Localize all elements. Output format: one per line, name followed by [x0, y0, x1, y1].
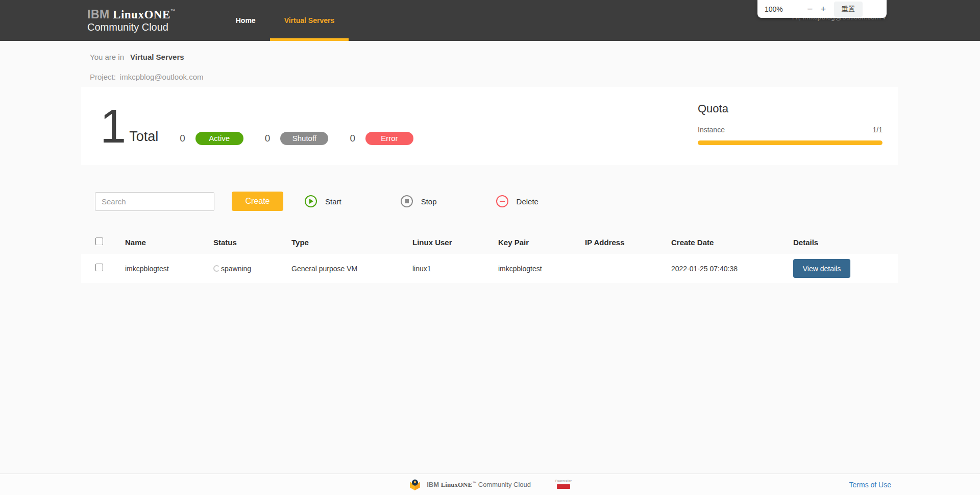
- create-button[interactable]: Create: [232, 192, 283, 211]
- cell-name: imkcpblogtest: [125, 265, 213, 273]
- brand-linuxone: LinuxONE: [113, 8, 170, 21]
- quota-instance-label: Instance: [698, 126, 725, 134]
- cell-linux-user: linux1: [412, 265, 498, 273]
- quota-progress-track: [698, 140, 883, 145]
- total-count: 1: [100, 103, 125, 150]
- cell-status: spawning: [213, 265, 291, 273]
- total-label: Total: [129, 129, 158, 145]
- brand-tm: ™: [170, 8, 176, 14]
- footer-brand-text: IBM LinuxONE™ Community Cloud: [427, 481, 531, 489]
- project-label: Project:: [90, 73, 116, 81]
- error-count: 0: [350, 133, 355, 144]
- brand-community-cloud: Community Cloud: [87, 21, 176, 33]
- powered-by-logo-icon: [557, 484, 570, 489]
- powered-by-badge[interactable]: Powered by: [555, 479, 572, 490]
- brand-logo-line1: IBM LinuxONE™: [87, 8, 176, 21]
- status-text: spawning: [221, 265, 251, 273]
- col-status: Status: [213, 238, 291, 247]
- footer-linuxone: LinuxONE: [441, 481, 472, 488]
- active-status-badge: Active: [195, 132, 243, 145]
- col-create-date: Create Date: [671, 238, 793, 247]
- summary-card: 1 Total 0 Active 0 Shutoff 0 Error Quota…: [81, 87, 898, 165]
- quota-panel: Quota Instance 1/1: [698, 102, 883, 145]
- footer-brand: IBM LinuxONE™ Community Cloud Powered by: [408, 478, 572, 491]
- status-counts: 0 Active 0 Shutoff 0 Error: [158, 132, 413, 145]
- col-type: Type: [291, 238, 412, 247]
- view-details-button[interactable]: View details: [793, 259, 850, 278]
- nav-item-virtual-servers[interactable]: Virtual Servers: [270, 0, 349, 41]
- powered-by-label: Powered by: [555, 479, 572, 482]
- cell-type: General purpose VM: [291, 265, 412, 273]
- cell-create-date: 2022-01-25 07:40:38: [671, 265, 793, 273]
- zoom-reset-button[interactable]: 重置: [834, 2, 863, 17]
- shutoff-count: 0: [265, 133, 271, 144]
- brand-logo[interactable]: IBM LinuxONE™ Community Cloud: [87, 8, 176, 32]
- stop-button[interactable]: Stop: [401, 195, 437, 207]
- breadcrumb-prefix: You are in: [90, 53, 124, 61]
- browser-zoom-popup: 100% − + 重置: [757, 0, 887, 18]
- project-line: Project:imkcpblog@outlook.com: [90, 73, 980, 81]
- footer-tm: ™: [472, 481, 476, 485]
- error-status-badge: Error: [365, 132, 413, 145]
- col-name: Name: [125, 238, 213, 247]
- start-label: Start: [325, 197, 341, 206]
- breadcrumb-current: Virtual Servers: [130, 53, 184, 61]
- minus-icon: [496, 195, 508, 207]
- spinner-icon: [213, 265, 220, 272]
- start-button[interactable]: Start: [305, 195, 341, 207]
- search-input[interactable]: [95, 192, 214, 211]
- terms-of-use-link[interactable]: Terms of Use: [849, 481, 891, 489]
- active-count: 0: [180, 133, 185, 144]
- quota-instance-row: Instance 1/1: [698, 126, 883, 134]
- linuxone-logo-icon: [408, 478, 422, 491]
- nav-item-home[interactable]: Home: [222, 0, 270, 41]
- col-linux-user: Linux User: [412, 238, 498, 247]
- cell-key-pair: imkcpblogtest: [498, 265, 585, 273]
- breadcrumb: You are inVirtual Servers: [90, 53, 980, 61]
- footer-community-cloud: Community Cloud: [478, 481, 531, 488]
- delete-label: Delete: [517, 197, 538, 206]
- project-value: imkcpblog@outlook.com: [120, 73, 204, 81]
- footer-ibm: IBM: [427, 481, 439, 488]
- brand-ibm: IBM: [87, 8, 110, 21]
- stop-icon: [401, 195, 413, 207]
- virtual-servers-table: Name Status Type Linux User Key Pair IP …: [81, 230, 898, 283]
- col-details: Details: [793, 238, 898, 247]
- col-ip-address: IP Address: [585, 238, 671, 247]
- select-all-checkbox[interactable]: [95, 238, 103, 245]
- quota-instance-value: 1/1: [873, 126, 883, 134]
- zoom-in-button[interactable]: +: [817, 3, 830, 16]
- zoom-out-button[interactable]: −: [803, 3, 817, 16]
- table-row: imkcpblogtest spawning General purpose V…: [81, 254, 898, 283]
- zoom-level-value: 100%: [765, 5, 783, 13]
- stop-label: Stop: [421, 197, 437, 206]
- toolbar: Create Start Stop Delete: [81, 192, 980, 211]
- page-footer: IBM LinuxONE™ Community Cloud Powered by…: [0, 474, 980, 495]
- quota-progress-fill: [698, 140, 883, 145]
- delete-button[interactable]: Delete: [496, 195, 538, 207]
- col-key-pair: Key Pair: [498, 238, 585, 247]
- quota-title: Quota: [698, 102, 883, 115]
- play-icon: [305, 195, 317, 207]
- row-checkbox[interactable]: [95, 264, 103, 271]
- main-nav: Home Virtual Servers: [222, 0, 349, 41]
- table-header-row: Name Status Type Linux User Key Pair IP …: [81, 230, 898, 254]
- shutoff-status-badge: Shutoff: [280, 132, 328, 145]
